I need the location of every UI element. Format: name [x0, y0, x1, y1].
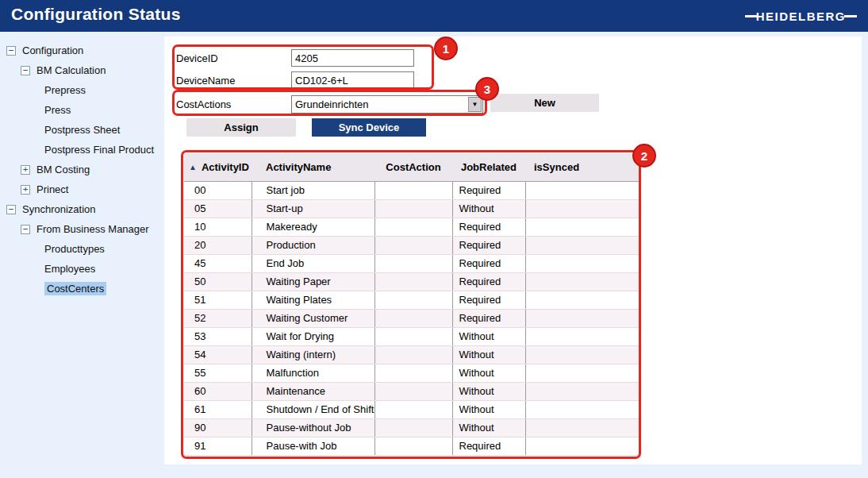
cell-jobrelated: Required — [452, 181, 525, 199]
page: Configuration Status HEIDELBERG −Configu… — [0, 0, 868, 478]
deviceid-label: DeviceID — [176, 52, 218, 64]
sidebar-item-bm-calculation[interactable]: −BM Calculation — [0, 60, 164, 80]
minus-icon[interactable]: − — [6, 205, 16, 214]
new-button[interactable]: New — [490, 94, 599, 112]
sidebar-item-costcenters[interactable]: CostCenters — [0, 279, 164, 299]
cell-activityid: 51 — [184, 291, 252, 309]
column-header-activityname[interactable]: ActivityName — [252, 153, 374, 181]
cell-activityname: Maintenance — [252, 382, 374, 400]
cell-activityname: Waiting (intern) — [252, 345, 374, 364]
cell-issynced — [525, 291, 639, 309]
assign-button[interactable]: Assign — [186, 118, 296, 137]
cell-costaction — [374, 236, 452, 254]
table-row[interactable]: 45End JobRequired — [184, 254, 639, 272]
devicename-input[interactable] — [291, 71, 414, 89]
cell-issynced — [525, 364, 639, 382]
cell-jobrelated: Without — [452, 364, 525, 382]
logo-right-dash-icon — [844, 15, 857, 17]
costactions-selected-value: Grundeinrichten — [292, 98, 467, 110]
sidebar-item-postpress-final-product[interactable]: Postpress Final Product — [0, 140, 164, 160]
table-row[interactable]: 60MaintenanceWithout — [184, 382, 639, 400]
sidebar-item-label: Prinect — [36, 183, 68, 195]
app-header: Configuration Status HEIDELBERG — [0, 0, 868, 32]
sidebar-item-prinect[interactable]: +Prinect — [0, 179, 164, 199]
cell-issynced — [525, 309, 639, 327]
table-row[interactable]: 90Pause-without JobWithout — [184, 418, 639, 437]
cell-jobrelated: Without — [452, 199, 525, 218]
column-header-activityid[interactable]: ▲ActivityID — [184, 153, 252, 181]
sidebar-item-label: Producttypes — [44, 243, 105, 255]
costactions-select[interactable]: Grundeinrichten ▼ — [291, 95, 483, 114]
cell-costaction — [374, 181, 452, 199]
table-row[interactable]: 54Waiting (intern)Without — [184, 345, 639, 364]
sync-device-button[interactable]: Sync Device — [312, 118, 426, 137]
cell-activityname: Start-up — [252, 199, 374, 218]
column-header-issynced[interactable]: isSynced — [525, 153, 639, 181]
sidebar-item-label: Press — [44, 104, 71, 116]
table-row[interactable]: 51Waiting PlatesRequired — [184, 291, 639, 309]
cell-activityname: Waiting Customer — [252, 309, 374, 327]
table-row[interactable]: 00Start jobRequired — [184, 181, 639, 199]
cell-activityid: 20 — [184, 236, 252, 254]
deviceid-input[interactable] — [291, 49, 414, 67]
sidebar-item-producttypes[interactable]: Producttypes — [0, 239, 164, 259]
chevron-down-icon[interactable]: ▼ — [468, 97, 482, 112]
sidebar-item-label: Employees — [44, 263, 95, 275]
cell-jobrelated: Required — [452, 254, 525, 272]
sidebar-item-synchronization[interactable]: −Synchronization — [0, 199, 164, 219]
table-row[interactable]: 61Shutdown / End of ShiftWithout — [184, 400, 639, 418]
cell-jobrelated: Required — [452, 291, 525, 309]
cell-activityname: Wait for Drying — [252, 327, 374, 345]
table-row[interactable]: 05Start-upWithout — [184, 199, 639, 218]
cell-jobrelated: Required — [452, 309, 525, 327]
cell-costaction — [374, 272, 452, 291]
sidebar-item-label: Postpress Sheet — [44, 124, 120, 136]
table-row[interactable]: 91Pause-with JobRequired — [184, 437, 639, 455]
cell-jobrelated: Without — [452, 400, 525, 418]
cell-costaction — [374, 254, 452, 272]
cell-issynced — [525, 236, 639, 254]
logo-text: HEIDELBERG — [756, 10, 846, 23]
cell-activityid: 53 — [184, 327, 252, 345]
table-row[interactable]: 52Waiting CustomerRequired — [184, 309, 639, 327]
cell-activityid: 61 — [184, 400, 252, 418]
page-title: Configuration Status — [11, 5, 181, 24]
cell-activityname: End Job — [252, 254, 374, 272]
cell-costaction — [374, 218, 452, 236]
sidebar-item-bm-costing[interactable]: +BM Costing — [0, 160, 164, 179]
sidebar-item-prepress[interactable]: Prepress — [0, 80, 164, 100]
table-row[interactable]: 20ProductionRequired — [184, 236, 639, 254]
sidebar-item-employees[interactable]: Employees — [0, 259, 164, 279]
sidebar-item-configuration[interactable]: −Configuration — [0, 40, 164, 60]
cell-activityid: 52 — [184, 309, 252, 327]
table-row[interactable]: 10MakereadyRequired — [184, 218, 639, 236]
sidebar-item-press[interactable]: Press — [0, 100, 164, 120]
sidebar-item-from-business-manager[interactable]: −From Business Manager — [0, 219, 164, 239]
cell-activityid: 05 — [184, 199, 252, 218]
table-row[interactable]: 55MalfunctionWithout — [184, 364, 639, 382]
minus-icon[interactable]: − — [6, 46, 16, 56]
column-header-jobrelated[interactable]: JobRelated — [452, 153, 525, 181]
cell-issynced — [525, 254, 639, 272]
cell-activityid: 90 — [184, 418, 252, 437]
heidelberg-logo: HEIDELBERG — [745, 10, 857, 23]
column-header-costaction[interactable]: CostAction — [374, 153, 452, 181]
sidebar-item-label: Prepress — [44, 84, 86, 96]
plus-icon[interactable]: + — [21, 165, 30, 175]
cell-activityid: 54 — [184, 345, 252, 364]
sidebar-item-label: BM Calculation — [36, 64, 106, 76]
table-row[interactable]: 50Waiting PaperRequired — [184, 272, 639, 291]
minus-icon[interactable]: − — [21, 225, 30, 234]
cell-issynced — [525, 218, 639, 236]
cell-activityid: 60 — [184, 382, 252, 400]
plus-icon[interactable]: + — [21, 185, 30, 195]
table-row[interactable]: 53Wait for DryingWithout — [184, 327, 639, 345]
minus-icon[interactable]: − — [21, 66, 30, 75]
sidebar-item-postpress-sheet[interactable]: Postpress Sheet — [0, 120, 164, 140]
sidebar-tree: −Configuration−BM CalculationPrepressPre… — [0, 32, 164, 478]
cell-jobrelated: Required — [452, 437, 525, 455]
activity-table-body: 00Start jobRequired05Start-upWithout10Ma… — [184, 181, 639, 455]
cell-issynced — [525, 199, 639, 218]
sidebar-item-label: BM Costing — [36, 164, 90, 175]
cell-issynced — [525, 181, 639, 199]
